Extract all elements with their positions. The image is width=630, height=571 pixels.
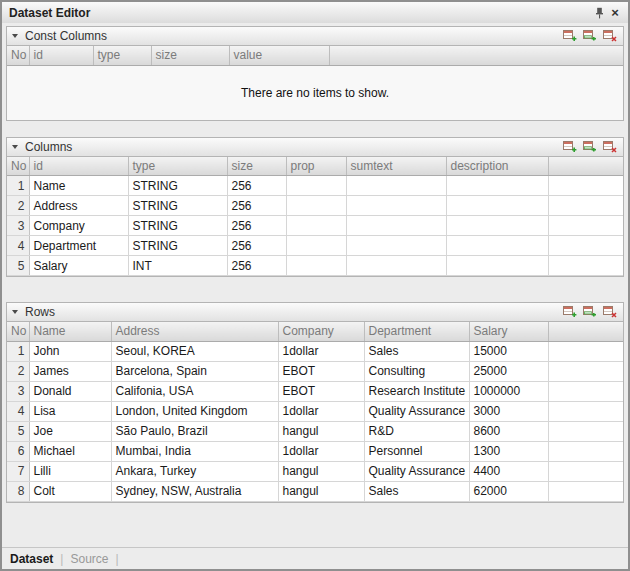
- cell[interactable]: Mumbai, India: [111, 441, 278, 461]
- cell[interactable]: 1dollar: [278, 341, 364, 361]
- add-row-button[interactable]: [561, 28, 579, 44]
- cell[interactable]: STRING: [128, 176, 227, 196]
- cell[interactable]: 62000: [469, 481, 548, 501]
- collapse-button[interactable]: [7, 27, 23, 45]
- column-header[interactable]: size: [151, 46, 229, 65]
- cell[interactable]: [346, 256, 446, 276]
- cell[interactable]: Sydney, NSW, Australia: [111, 481, 278, 501]
- add-row-button[interactable]: [561, 304, 579, 320]
- pin-button[interactable]: [591, 5, 607, 21]
- insert-row-button[interactable]: [581, 304, 599, 320]
- cell[interactable]: hangul: [278, 481, 364, 501]
- cell[interactable]: [446, 216, 548, 236]
- column-header[interactable]: id: [29, 157, 128, 176]
- column-header[interactable]: type: [128, 157, 227, 176]
- cell[interactable]: STRING: [128, 196, 227, 216]
- collapse-button[interactable]: [7, 303, 23, 321]
- tab-source[interactable]: Source: [70, 552, 108, 566]
- delete-row-button[interactable]: [601, 304, 619, 320]
- cell[interactable]: [286, 236, 346, 256]
- row-number[interactable]: 5: [7, 421, 29, 441]
- cell[interactable]: Colt: [29, 481, 111, 501]
- add-row-button[interactable]: [561, 139, 579, 155]
- cell[interactable]: R&D: [364, 421, 469, 441]
- column-header[interactable]: description: [446, 157, 548, 176]
- column-header[interactable]: Name: [29, 322, 111, 341]
- collapse-button[interactable]: [7, 138, 23, 156]
- row-number[interactable]: 6: [7, 441, 29, 461]
- column-header[interactable]: prop: [286, 157, 346, 176]
- cell[interactable]: [286, 256, 346, 276]
- cell[interactable]: Name: [29, 176, 128, 196]
- cell[interactable]: hangul: [278, 461, 364, 481]
- cell[interactable]: [346, 216, 446, 236]
- cell[interactable]: 256: [227, 256, 286, 276]
- row-number[interactable]: 1: [7, 341, 29, 361]
- insert-row-button[interactable]: [581, 139, 599, 155]
- insert-row-button[interactable]: [581, 28, 599, 44]
- cell[interactable]: [346, 176, 446, 196]
- cell[interactable]: Quality Assurance: [364, 461, 469, 481]
- cell[interactable]: hangul: [278, 421, 364, 441]
- column-header[interactable]: Address: [111, 322, 278, 341]
- cell[interactable]: EBOT: [278, 381, 364, 401]
- row-number[interactable]: 3: [7, 381, 29, 401]
- row-number[interactable]: 5: [7, 256, 29, 276]
- cell[interactable]: EBOT: [278, 361, 364, 381]
- cell[interactable]: [286, 176, 346, 196]
- cell[interactable]: Seoul, KOREA: [111, 341, 278, 361]
- column-header[interactable]: Salary: [469, 322, 548, 341]
- tab-dataset[interactable]: Dataset: [10, 552, 53, 566]
- cell[interactable]: INT: [128, 256, 227, 276]
- cell[interactable]: Lilli: [29, 461, 111, 481]
- column-header[interactable]: size: [227, 157, 286, 176]
- column-header[interactable]: value: [229, 46, 329, 65]
- cell[interactable]: London, United Kingdom: [111, 401, 278, 421]
- cell[interactable]: [346, 196, 446, 216]
- cell[interactable]: Address: [29, 196, 128, 216]
- row-number[interactable]: 4: [7, 401, 29, 421]
- cell[interactable]: [346, 236, 446, 256]
- delete-row-button[interactable]: [601, 139, 619, 155]
- cell[interactable]: Consulting: [364, 361, 469, 381]
- row-number[interactable]: 4: [7, 236, 29, 256]
- cell[interactable]: [446, 176, 548, 196]
- cell[interactable]: John: [29, 341, 111, 361]
- cell[interactable]: [286, 196, 346, 216]
- cell[interactable]: São Paulo, Brazil: [111, 421, 278, 441]
- cell[interactable]: Lisa: [29, 401, 111, 421]
- column-header[interactable]: sumtext: [346, 157, 446, 176]
- cell[interactable]: [446, 236, 548, 256]
- row-number[interactable]: 7: [7, 461, 29, 481]
- cell[interactable]: Califonia, USA: [111, 381, 278, 401]
- cell[interactable]: 256: [227, 176, 286, 196]
- row-number[interactable]: 3: [7, 216, 29, 236]
- row-number[interactable]: 2: [7, 361, 29, 381]
- cell[interactable]: 15000: [469, 341, 548, 361]
- cell[interactable]: [446, 256, 548, 276]
- column-header[interactable]: No: [7, 322, 29, 341]
- column-header[interactable]: Department: [364, 322, 469, 341]
- cell[interactable]: Quality Assurance: [364, 401, 469, 421]
- cell[interactable]: 256: [227, 196, 286, 216]
- column-header[interactable]: No: [7, 157, 29, 176]
- cell[interactable]: 3000: [469, 401, 548, 421]
- cell[interactable]: Research Institute: [364, 381, 469, 401]
- row-number[interactable]: 1: [7, 176, 29, 196]
- row-number[interactable]: 8: [7, 481, 29, 501]
- cell[interactable]: Department: [29, 236, 128, 256]
- column-header[interactable]: id: [29, 46, 93, 65]
- cell[interactable]: 1dollar: [278, 441, 364, 461]
- cell[interactable]: Michael: [29, 441, 111, 461]
- cell[interactable]: [286, 216, 346, 236]
- cell[interactable]: 256: [227, 236, 286, 256]
- cell[interactable]: Sales: [364, 481, 469, 501]
- column-header[interactable]: Company: [278, 322, 364, 341]
- cell[interactable]: 4400: [469, 461, 548, 481]
- column-header[interactable]: type: [93, 46, 151, 65]
- cell[interactable]: STRING: [128, 236, 227, 256]
- cell[interactable]: 256: [227, 216, 286, 236]
- cell[interactable]: Ankara, Turkey: [111, 461, 278, 481]
- cell[interactable]: Salary: [29, 256, 128, 276]
- row-number[interactable]: 2: [7, 196, 29, 216]
